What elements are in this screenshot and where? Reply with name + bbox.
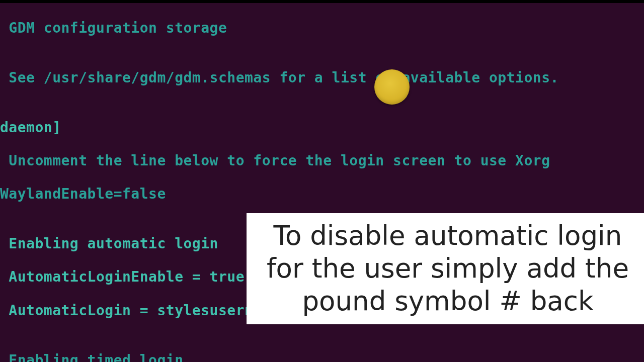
comment-line: Uncomment the line below to force the lo… [0, 152, 644, 169]
terminal-window[interactable]: GDM configuration storage See /usr/share… [0, 0, 644, 362]
config-line: See /usr/share/gdm/gdm.schemas for a lis… [0, 69, 644, 86]
section-header: daemon] [0, 119, 644, 136]
caption-text: To disable automatic login for the user … [267, 220, 629, 316]
text-before-cursor: AutomaticLogin = stylesusernam [0, 302, 271, 319]
caption-overlay: To disable automatic login for the user … [247, 213, 644, 324]
comment-line: Enabling timed login [0, 352, 644, 362]
highlight-pointer-icon [374, 69, 410, 105]
config-line: WaylandEnable=false [0, 186, 644, 202]
config-line: GDM configuration storage [0, 20, 644, 36]
